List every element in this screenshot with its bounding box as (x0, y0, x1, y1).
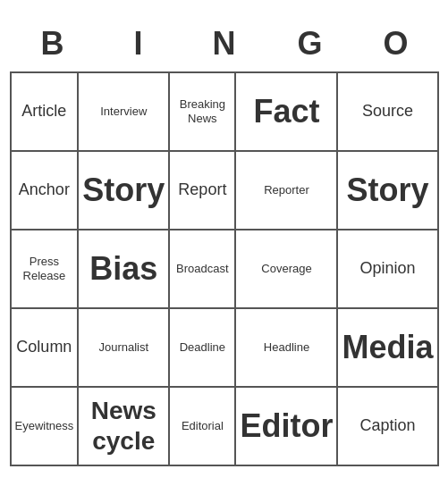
cell-text-3-0: Column (16, 338, 72, 357)
bingo-cell-0-1[interactable]: Interview (79, 73, 170, 152)
bingo-cell-1-1[interactable]: Story (79, 152, 170, 230)
cell-text-1-4: Story (346, 171, 428, 209)
bingo-grid: ArticleInterviewBreaking NewsFactSourceA… (10, 71, 439, 466)
cell-text-4-4: Caption (359, 416, 415, 436)
cell-text-4-2: Editorial (182, 419, 224, 433)
cell-text-1-3: Reporter (264, 183, 309, 197)
bingo-cell-2-3[interactable]: Coverage (236, 230, 338, 309)
bingo-cell-3-1[interactable]: Journalist (79, 309, 170, 388)
bingo-cell-4-0[interactable]: Eyewitness (12, 388, 80, 466)
cell-text-3-3: Headline (264, 340, 309, 355)
cell-text-4-0: Eyewitness (15, 419, 74, 433)
bingo-cell-4-4[interactable]: Caption (338, 388, 438, 466)
bingo-cell-4-2[interactable]: Editorial (170, 388, 236, 466)
header-letter-i: I (96, 20, 182, 68)
bingo-cell-1-2[interactable]: Report (170, 152, 236, 230)
cell-text-1-2: Report (178, 180, 226, 200)
header-letter-o: O (353, 20, 439, 68)
bingo-cell-3-3[interactable]: Headline (236, 309, 338, 388)
bingo-cell-1-4[interactable]: Story (338, 152, 438, 230)
bingo-cell-2-0[interactable]: Press Release (12, 230, 80, 309)
bingo-card: BINGO ArticleInterviewBreaking NewsFactS… (10, 20, 439, 466)
bingo-cell-3-2[interactable]: Deadline (170, 309, 236, 388)
header-letter-n: N (182, 20, 267, 68)
cell-text-3-1: Journalist (98, 340, 148, 355)
cell-text-2-2: Broadcast (176, 262, 229, 276)
header-letter-g: G (267, 20, 353, 68)
bingo-cell-4-3[interactable]: Editor (236, 388, 338, 466)
bingo-cell-0-0[interactable]: Article (12, 73, 80, 152)
bingo-cell-0-3[interactable]: Fact (236, 73, 338, 152)
bingo-cell-4-1[interactable]: News cycle (79, 388, 170, 466)
bingo-cell-3-4[interactable]: Media (338, 309, 438, 388)
bingo-header: BINGO (10, 20, 439, 68)
bingo-cell-1-3[interactable]: Reporter (236, 152, 338, 230)
cell-text-4-3: Editor (240, 406, 333, 445)
bingo-cell-3-0[interactable]: Column (12, 309, 80, 388)
cell-text-1-0: Anchor (19, 180, 70, 200)
cell-text-0-2: Breaking News (173, 97, 231, 125)
cell-text-0-1: Interview (100, 105, 147, 119)
header-letter-b: B (10, 20, 96, 68)
bingo-cell-0-4[interactable]: Source (338, 73, 438, 152)
cell-text-0-0: Article (21, 102, 66, 122)
bingo-cell-2-2[interactable]: Broadcast (170, 230, 236, 309)
cell-text-1-1: Story (82, 171, 165, 209)
cell-text-2-3: Coverage (261, 262, 311, 276)
cell-text-2-1: Bias (89, 249, 157, 288)
cell-text-0-3: Fact (253, 92, 319, 130)
cell-text-3-2: Deadline (180, 340, 225, 355)
bingo-cell-0-2[interactable]: Breaking News (170, 73, 236, 152)
cell-text-2-0: Press Release (15, 255, 74, 282)
cell-text-3-4: Media (342, 328, 433, 366)
bingo-cell-2-4[interactable]: Opinion (338, 230, 438, 309)
bingo-cell-1-0[interactable]: Anchor (12, 152, 80, 230)
cell-text-0-4: Source (362, 102, 413, 122)
cell-text-4-1: News cycle (82, 396, 165, 456)
bingo-cell-2-1[interactable]: Bias (79, 230, 170, 309)
cell-text-2-4: Opinion (359, 259, 415, 279)
